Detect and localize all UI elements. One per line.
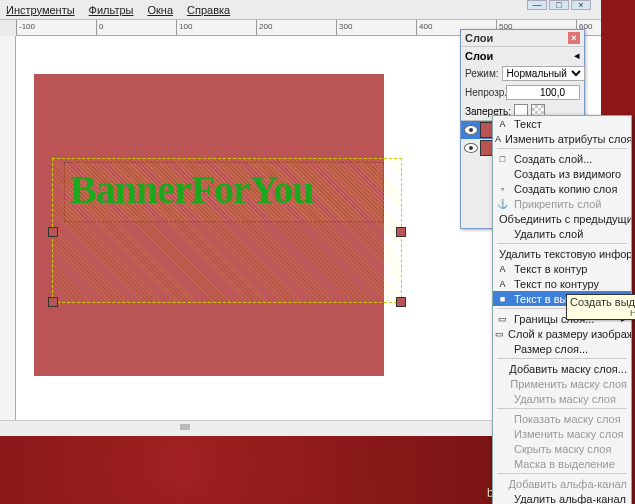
layers-tab-row: Слои ◂ <box>461 47 584 64</box>
layers-tab[interactable]: Слои <box>465 50 493 62</box>
ctx-item: Показать маску слоя <box>493 411 631 426</box>
ctx-item-label: Создать копию слоя <box>514 183 617 195</box>
menubar: Инструменты Фильтры Окна Справка <box>0 0 601 20</box>
tooltip-text: Создать выделение и <box>570 296 635 308</box>
ctx-item-icon: A <box>495 132 501 145</box>
ctx-item: Скрыть маску слоя <box>493 441 631 456</box>
ctx-item-icon: ■ <box>495 292 510 305</box>
ctx-item: Добавить альфа-канал <box>493 476 631 491</box>
opacity-row: Непрозр. <box>461 83 584 102</box>
ctx-item-label: Скрыть маску слоя <box>514 443 611 455</box>
ctx-separator <box>497 148 627 149</box>
ctx-item-icon <box>495 492 510 504</box>
ctx-item: Удалить маску слоя <box>493 391 631 406</box>
ctx-item-icon: A <box>495 262 510 275</box>
ctx-item-label: Текст в контур <box>514 263 587 275</box>
ruler-tick: 400 <box>416 20 432 35</box>
ruler-tick: 0 <box>96 20 103 35</box>
ctx-item-label: Изменить атрибуты слоя... <box>505 133 631 145</box>
ruler-vertical <box>0 36 16 420</box>
ctx-item: Изменить маску слоя <box>493 426 631 441</box>
ctx-item[interactable]: AИзменить атрибуты слоя... <box>493 131 631 146</box>
visibility-eye-icon[interactable] <box>464 143 478 153</box>
menu-windows[interactable]: Окна <box>147 4 173 16</box>
ctx-item-label: Добавить альфа-канал <box>508 478 627 490</box>
ctx-item[interactable]: AТекст <box>493 116 631 131</box>
ctx-item-label: Слой к размеру изображения <box>508 328 631 340</box>
handle-br[interactable] <box>396 297 406 307</box>
ctx-item[interactable]: Удалить текстовую информацию <box>493 246 631 261</box>
ctx-item[interactable]: ▭Слой к размеру изображения <box>493 326 631 341</box>
ctx-item-label: Объединить с предыдущим <box>499 213 631 225</box>
ctx-item-label: Текст по контуру <box>514 278 599 290</box>
opacity-label: Непрозр. <box>465 87 503 98</box>
ctx-item-icon <box>495 227 510 240</box>
ctx-item: Применить маску слоя <box>493 376 631 391</box>
menu-instruments[interactable]: Инструменты <box>6 4 75 16</box>
ctx-item-label: Создать из видимого <box>514 168 621 180</box>
handle-right[interactable] <box>396 227 406 237</box>
ctx-item-label: Применить маску слоя <box>510 378 627 390</box>
close-button[interactable]: × <box>571 0 591 10</box>
ctx-item[interactable]: Создать из видимого <box>493 166 631 181</box>
ctx-item[interactable]: AТекст по контуру <box>493 276 631 291</box>
ctx-item-icon <box>495 477 504 490</box>
ctx-item-label: Удалить альфа-канал <box>514 493 626 505</box>
mode-select[interactable]: Нормальный <box>502 66 585 81</box>
ruler-tick: 200 <box>256 20 272 35</box>
window-controls: — □ × <box>527 0 591 10</box>
menu-help[interactable]: Справка <box>187 4 230 16</box>
ctx-item-label: Удалить текстовую информацию <box>499 248 631 260</box>
ctx-item[interactable]: Удалить слой <box>493 226 631 241</box>
ctx-item[interactable]: Удалить альфа-канал <box>493 491 631 504</box>
minimize-button[interactable]: — <box>527 0 547 10</box>
ctx-item[interactable]: □Создать слой... <box>493 151 631 166</box>
ctx-item-icon: A <box>495 117 510 130</box>
opacity-input[interactable] <box>506 85 580 100</box>
ctx-item[interactable]: ▫Создать копию слоя <box>493 181 631 196</box>
ctx-item[interactable]: Размер слоя... <box>493 341 631 356</box>
ctx-item-icon <box>495 377 506 390</box>
ctx-item-icon <box>495 167 510 180</box>
visibility-eye-icon[interactable] <box>464 125 478 135</box>
ctx-item-label: Маска в выделение <box>514 458 615 470</box>
banner-text[interactable]: BannerForYou <box>70 166 314 213</box>
ctx-separator <box>497 243 627 244</box>
handle-left[interactable] <box>48 227 58 237</box>
ctx-item-label: Изменить маску слоя <box>514 428 623 440</box>
ctx-item-label: Удалить маску слоя <box>514 393 616 405</box>
ctx-item-label: Текст <box>514 118 542 130</box>
ctx-item-label: Удалить слой <box>514 228 583 240</box>
ctx-item[interactable]: Добавить маску слоя... <box>493 361 631 376</box>
ctx-separator <box>497 408 627 409</box>
ctx-item-icon: ▭ <box>495 312 510 325</box>
tooltip: Создать выделение и Нажмите F1 <box>566 294 635 320</box>
layers-panel-header[interactable]: Слои × <box>461 30 584 47</box>
mode-row: Режим: Нормальный <box>461 64 584 83</box>
ctx-item-icon <box>495 412 510 425</box>
handle-bl[interactable] <box>48 297 58 307</box>
ctx-item: ⚓Прикрепить слой <box>493 196 631 211</box>
ctx-item-icon: ▫ <box>495 182 510 195</box>
ctx-item-icon: □ <box>495 152 510 165</box>
ctx-item-icon <box>495 362 505 375</box>
ctx-item[interactable]: AТекст в контур <box>493 261 631 276</box>
ctx-item: Маска в выделение <box>493 456 631 471</box>
ctx-item-label: Прикрепить слой <box>514 198 601 210</box>
tooltip-hint: Нажмите F1 <box>570 308 635 318</box>
ruler-tick: -100 <box>16 20 35 35</box>
ctx-item-icon: ▭ <box>495 327 504 340</box>
ctx-item-icon <box>495 427 510 440</box>
scroll-thumb[interactable] <box>180 424 190 430</box>
ruler-tick: 300 <box>336 20 352 35</box>
ctx-separator <box>497 473 627 474</box>
maximize-button[interactable]: □ <box>549 0 569 10</box>
ctx-item[interactable]: Объединить с предыдущим <box>493 211 631 226</box>
canvas-content[interactable]: BannerForYou <box>34 74 384 376</box>
menu-filters[interactable]: Фильтры <box>89 4 134 16</box>
layers-panel-title: Слои <box>465 32 493 44</box>
panel-menu-icon[interactable]: ◂ <box>574 49 580 62</box>
ctx-item-icon <box>495 342 510 355</box>
layers-panel-close-icon[interactable]: × <box>568 32 580 44</box>
ctx-separator <box>497 358 627 359</box>
